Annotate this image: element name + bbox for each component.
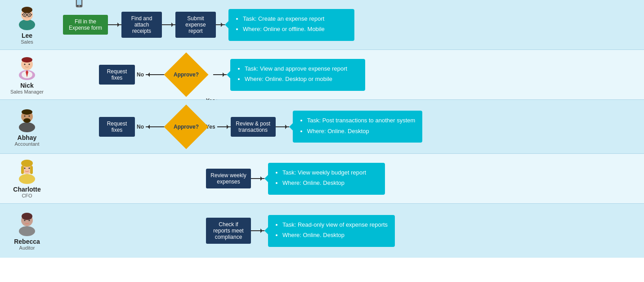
no-arrow-nick: No: [135, 72, 168, 78]
svg-point-21: [19, 122, 35, 132]
actor-nick: Nick Sales Manager: [0, 50, 54, 99]
swimlane-charlotte: Charlotte CFO Review weekly expenses Tas…: [0, 154, 644, 204]
svg-point-24: [23, 118, 31, 123]
callout-rebecca: Task: Read-only view of expense reports …: [268, 215, 395, 247]
flow-rebecca: Check if reports meet compliance Task: R…: [54, 206, 644, 255]
svg-point-12: [79, 5, 80, 6]
box-request-fixes-abhay[interactable]: Request fixes: [99, 117, 135, 137]
callout-abhay-item2: Where: Online. Desktop: [307, 127, 416, 136]
actor-nick-role: Sales Manager: [10, 89, 44, 94]
diamond-abhay: Approve?: [168, 109, 204, 145]
actor-lee-role: Sales: [21, 39, 33, 45]
svg-line-6: [22, 14, 23, 15]
actor-charlotte-name: Charlotte: [13, 186, 40, 193]
diamond-text-nick: Approve?: [174, 72, 199, 78]
box-fill-expense[interactable]: Fill in the Expense form: [63, 15, 108, 35]
svg-point-34: [19, 226, 35, 236]
callout-charlotte-item1: Task: View weekly budget report: [282, 168, 378, 177]
box-check-compliance[interactable]: Check if reports meet compliance: [206, 218, 251, 244]
callout-abhay: Task: Post transactions to another syste…: [293, 111, 423, 143]
svg-point-26: [29, 115, 30, 116]
svg-point-2: [22, 7, 32, 13]
svg-rect-30: [21, 166, 24, 174]
actor-charlotte-role: CFO: [22, 193, 32, 198]
svg-point-18: [22, 57, 32, 63]
diagram: Lee Sales Fill in the Expense form: [0, 0, 644, 258]
actor-nick-name: Nick: [20, 82, 34, 89]
diamond-nick: Approve?: [168, 57, 204, 93]
arrow-1: [108, 24, 121, 25]
box-review-weekly[interactable]: Review weekly expenses: [206, 169, 251, 188]
box-review-post[interactable]: Review & post transactions: [231, 117, 276, 137]
callout-lee-item2: Where: Online or offline. Mobile: [243, 25, 347, 34]
callout-nick-item2: Where: Online. Desktop or mobile: [245, 75, 358, 84]
avatar-charlotte: [14, 159, 40, 184]
swimlane-lee: Lee Sales Fill in the Expense form: [0, 0, 644, 50]
actor-charlotte: Charlotte CFO: [0, 154, 54, 203]
svg-point-36: [22, 213, 32, 220]
callout-lee-item1: Task: Create an expense report: [243, 14, 347, 23]
svg-point-0: [19, 19, 35, 30]
arrow-2: [162, 24, 175, 25]
svg-point-23: [22, 109, 32, 115]
swimlane-abhay: Abhay Accountant Request fixes No: [0, 100, 644, 154]
flow-lee: Fill in the Expense form: [54, 0, 644, 49]
svg-line-7: [31, 14, 32, 15]
svg-point-38: [29, 220, 30, 221]
svg-rect-11: [77, 0, 81, 5]
svg-point-27: [19, 174, 35, 184]
label-no-abhay: No: [137, 124, 144, 130]
swimlane-rebecca: Rebecca Auditor Check if reports meet co…: [0, 204, 644, 258]
callout-charlotte: Task: View weekly budget report Where: O…: [268, 163, 385, 195]
svg-point-32: [24, 168, 26, 169]
box-find-receipts[interactable]: Find and attach receipts: [121, 12, 162, 38]
svg-point-29: [21, 160, 33, 167]
callout-charlotte-item2: Where: Online. Desktop: [282, 179, 378, 188]
box-request-fixes-nick[interactable]: Request fixes: [99, 65, 135, 85]
flow-abhay: Request fixes No Approve? Yes: [54, 102, 644, 152]
actor-abhay-name: Abhay: [18, 134, 37, 141]
phone-icon: [74, 0, 87, 11]
actor-rebecca: Rebecca Auditor: [0, 206, 54, 255]
callout-rebecca-item1: Task: Read-only view of expense reports: [282, 220, 388, 229]
avatar-abhay: [14, 107, 40, 132]
svg-point-33: [29, 168, 30, 169]
swimlane-nick: Nick Sales Manager Request fixes No: [0, 50, 644, 100]
actor-lee-name: Lee: [22, 32, 32, 39]
label-no-nick: No: [137, 72, 144, 78]
actor-rebecca-role: Auditor: [19, 245, 35, 251]
callout-rebecca-item2: Where: Online. Desktop: [282, 231, 388, 240]
svg-point-37: [24, 220, 26, 221]
svg-point-8: [24, 14, 26, 16]
svg-point-20: [29, 64, 30, 65]
svg-rect-31: [30, 166, 33, 174]
actor-abhay: Abhay Accountant: [0, 103, 54, 151]
callout-nick: Task: View and approve expense report Wh…: [230, 59, 365, 91]
avatar-rebecca: [14, 211, 40, 236]
svg-point-19: [24, 64, 26, 65]
flow-nick: Request fixes No Approve? Yes↓: [54, 50, 644, 99]
svg-point-25: [24, 115, 26, 116]
flow-charlotte: Review weekly expenses Task: View weekly…: [54, 154, 644, 203]
actor-rebecca-name: Rebecca: [14, 238, 40, 245]
callout-lee: Task: Create an expense report Where: On…: [228, 9, 354, 41]
box-submit[interactable]: Submit expense report: [175, 12, 216, 38]
diamond-text-abhay: Approve?: [174, 124, 199, 130]
svg-point-9: [29, 14, 30, 16]
actor-lee: Lee Sales: [0, 0, 54, 49]
callout-nick-item1: Task: View and approve expense report: [245, 64, 358, 73]
avatar-nick: [14, 55, 40, 80]
actor-abhay-role: Accountant: [14, 141, 39, 147]
no-arrow-abhay: No: [135, 124, 168, 130]
callout-abhay-item1: Task: Post transactions to another syste…: [307, 116, 416, 125]
avatar-lee: [14, 5, 40, 30]
